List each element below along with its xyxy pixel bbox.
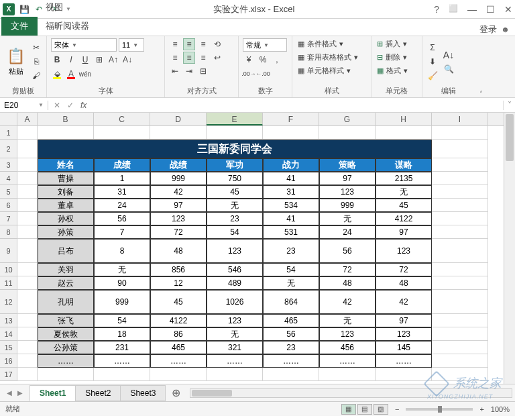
zoom-out-button[interactable]: − <box>395 405 399 413</box>
cell[interactable] <box>17 126 38 140</box>
table-cell[interactable]: 56 <box>94 212 150 225</box>
accounting-format-icon[interactable]: ¥ <box>243 54 255 66</box>
table-cell[interactable]: 56 <box>263 327 319 341</box>
decrease-decimal-icon[interactable]: ←.00 <box>257 68 269 80</box>
table-cell[interactable]: 750 <box>207 172 263 185</box>
increase-decimal-icon[interactable]: .00→ <box>243 68 255 80</box>
column-header[interactable]: D <box>150 113 207 125</box>
cell[interactable] <box>432 368 488 381</box>
table-cell[interactable]: 999 <box>94 290 150 314</box>
orientation-icon[interactable]: ⟲ <box>211 38 223 50</box>
vertical-scrollbar[interactable] <box>504 113 515 384</box>
table-cell[interactable]: 41 <box>263 172 319 185</box>
cell[interactable] <box>17 327 38 341</box>
cell[interactable] <box>432 140 488 158</box>
row-header[interactable]: 2 <box>0 140 17 158</box>
table-header-cell[interactable]: 姓名 <box>38 158 94 172</box>
column-header[interactable]: H <box>376 113 432 125</box>
column-header[interactable]: B <box>38 113 94 125</box>
table-header-cell[interactable]: 军功 <box>207 158 263 172</box>
table-cell[interactable]: 孙策 <box>38 225 94 239</box>
table-cell[interactable]: 42 <box>376 290 432 314</box>
sheet-nav-next-icon[interactable]: ▶ <box>17 389 23 397</box>
row-header[interactable]: 16 <box>0 354 17 368</box>
zoom-slider[interactable] <box>406 408 473 411</box>
paste-button[interactable]: 📋 粘贴 <box>4 38 27 85</box>
table-cell[interactable]: 吕布 <box>38 239 94 263</box>
cell[interactable] <box>38 368 94 381</box>
cancel-formula-icon[interactable]: ✕ <box>54 101 60 110</box>
merge-center-icon[interactable]: ⊟ <box>197 65 209 77</box>
cell[interactable] <box>17 354 38 368</box>
table-cell[interactable]: …… <box>38 354 94 368</box>
minimize-icon[interactable]: — <box>467 4 477 15</box>
sort-filter-icon[interactable]: A↓ <box>443 49 455 61</box>
table-cell[interactable]: 999 <box>150 172 207 185</box>
cell[interactable] <box>17 158 38 172</box>
increase-indent-icon[interactable]: ⇥ <box>183 65 195 77</box>
cell[interactable] <box>17 239 38 263</box>
cell[interactable] <box>432 158 488 172</box>
table-cell[interactable]: 41 <box>263 212 319 225</box>
page-break-view-button[interactable]: ▧ <box>374 404 388 415</box>
fill-color-button[interactable]: ⬙ <box>51 68 63 80</box>
table-cell[interactable]: …… <box>319 354 376 368</box>
sheet-nav-prev-icon[interactable]: ◀ <box>7 389 12 397</box>
table-cell[interactable]: 12 <box>150 276 207 290</box>
italic-button[interactable]: I <box>65 54 77 66</box>
table-cell[interactable]: 465 <box>263 314 319 327</box>
cell[interactable] <box>94 126 150 140</box>
column-header[interactable]: A <box>17 113 38 125</box>
cell[interactable] <box>432 225 488 239</box>
cell[interactable] <box>150 368 207 381</box>
cell[interactable] <box>17 172 38 185</box>
decrease-font-icon[interactable]: A↓ <box>121 54 133 66</box>
table-header-cell[interactable]: 策略 <box>319 158 376 172</box>
row-header[interactable]: 12 <box>0 290 17 314</box>
help-icon[interactable]: ? <box>434 4 439 15</box>
table-cell[interactable]: 97 <box>319 172 376 185</box>
find-select-icon[interactable]: 🔍 <box>443 63 455 75</box>
autosum-icon[interactable]: Σ <box>426 42 439 54</box>
select-all-corner[interactable] <box>0 113 17 125</box>
align-right-icon[interactable]: ≡ <box>197 52 209 64</box>
add-sheet-button[interactable]: ⊕ <box>165 386 187 399</box>
table-cell[interactable]: 86 <box>150 327 207 341</box>
table-cell[interactable]: 4122 <box>376 212 432 225</box>
ribbon-tab[interactable]: 福昕阅读器 <box>38 17 97 36</box>
align-middle-icon[interactable]: ≡ <box>183 38 195 50</box>
cell[interactable] <box>17 185 38 199</box>
table-cell[interactable]: 856 <box>150 263 207 276</box>
cell[interactable] <box>17 199 38 212</box>
table-cell[interactable]: 123 <box>319 327 376 341</box>
table-cell[interactable]: 97 <box>376 314 432 327</box>
cell[interactable] <box>207 126 263 140</box>
row-header[interactable]: 8 <box>0 225 17 239</box>
table-cell[interactable]: 张飞 <box>38 314 94 327</box>
row-header[interactable]: 10 <box>0 263 17 276</box>
table-cell[interactable]: 97 <box>150 199 207 212</box>
table-header-cell[interactable]: 战力 <box>263 158 319 172</box>
table-cell[interactable]: 无 <box>207 327 263 341</box>
table-cell[interactable]: 23 <box>207 212 263 225</box>
row-header[interactable]: 6 <box>0 199 17 212</box>
cell[interactable] <box>432 341 488 354</box>
cell-styles-button[interactable]: ▦单元格样式 ▾ <box>296 65 367 76</box>
fill-icon[interactable]: ⬇ <box>426 56 439 68</box>
ribbon-display-icon[interactable]: ⬜ <box>449 4 458 15</box>
bold-button[interactable]: B <box>51 54 63 66</box>
delete-cells-button[interactable]: ⊟删除 ▾ <box>376 52 418 63</box>
table-cell[interactable]: 42 <box>150 185 207 199</box>
table-cell[interactable]: …… <box>376 354 432 368</box>
row-header[interactable]: 3 <box>0 158 17 172</box>
cell[interactable] <box>432 276 488 290</box>
cell[interactable] <box>207 368 263 381</box>
number-format-select[interactable]: 常规▼ <box>243 38 287 52</box>
table-cell[interactable]: 45 <box>207 185 263 199</box>
table-cell[interactable]: 42 <box>319 290 376 314</box>
cell[interactable] <box>432 354 488 368</box>
font-color-button[interactable]: A <box>65 68 77 80</box>
table-cell[interactable]: 孔明 <box>38 290 94 314</box>
table-cell[interactable]: 赵云 <box>38 276 94 290</box>
table-cell[interactable]: 56 <box>319 239 376 263</box>
